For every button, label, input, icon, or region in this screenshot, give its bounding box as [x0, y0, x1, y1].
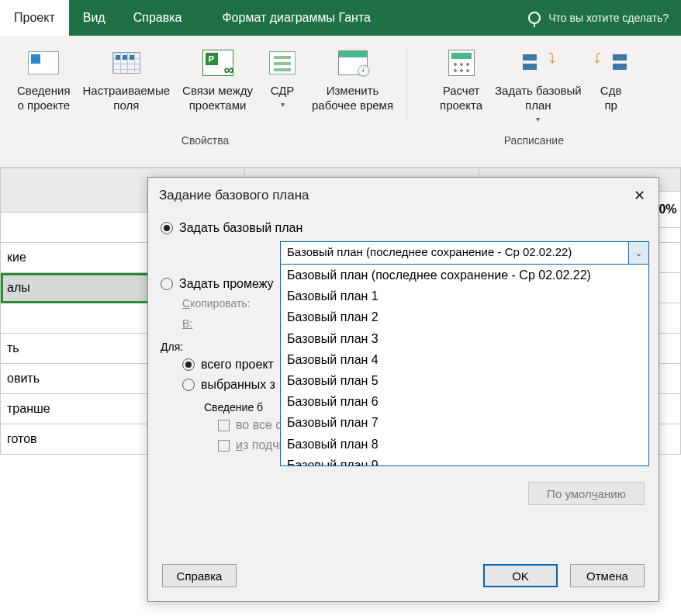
custom-fields-label-2: поля — [113, 99, 139, 113]
move-project-icon — [594, 48, 628, 78]
custom-fields-icon — [109, 48, 143, 78]
baseline-option[interactable]: Базовый план 1 — [281, 286, 648, 306]
baseline-option[interactable]: Базовый план 3 — [281, 328, 648, 349]
baseline-option[interactable]: Базовый план 6 — [281, 391, 648, 412]
radio-icon — [161, 278, 173, 290]
baseline-option[interactable]: Базовый план 2 — [281, 306, 648, 327]
baseline-combo[interactable]: Базовый план (последнее сохранение - Ср … — [280, 241, 649, 466]
tell-me-text: Что вы хотите сделать? — [548, 12, 669, 24]
calculate-label-2: проекта — [440, 99, 482, 113]
project-info-button[interactable]: Сведения о проекте — [11, 45, 77, 116]
set-baseline-label-1: Задать базовый — [495, 84, 582, 99]
radio-set-baseline-label: Задать базовый план — [179, 221, 302, 235]
tab-view[interactable]: Вид — [69, 0, 119, 36]
baseline-combo-list: Базовый план (последнее сохранение - Ср … — [280, 265, 649, 466]
checkbox-icon — [218, 440, 230, 452]
set-baseline-dialog: Задание базового плана ✕ Задать базовый … — [147, 177, 659, 602]
radio-set-interim-label: Задать промежу — [179, 277, 274, 291]
ok-button[interactable]: OK — [483, 564, 558, 587]
radio-icon — [161, 222, 173, 234]
calculate-project-button[interactable]: Расчет проекта — [434, 45, 489, 116]
group-label-schedule: Расписание — [426, 134, 642, 147]
ribbon-tabs: Проект Вид Справка Формат диаграммы Гант… — [0, 0, 681, 36]
wbs-button[interactable]: СДР ▾ — [259, 45, 306, 112]
change-time-label-2: рабочее время — [312, 99, 393, 113]
ribbon: Сведения о проекте Настраиваемые поля Св… — [0, 36, 681, 168]
radio-selected-tasks-label: выбранных з — [201, 378, 275, 392]
set-baseline-button[interactable]: Задать базовый план ▾ — [489, 45, 588, 127]
lightbulb-icon — [528, 12, 541, 24]
project-info-icon — [26, 48, 60, 78]
baseline-option[interactable]: Базовый план 9 — [281, 455, 648, 466]
tab-help[interactable]: Справка — [119, 0, 196, 36]
set-baseline-label-2: план — [525, 99, 551, 113]
dialog-body: Задать базовый план Задать промежу Скопи… — [148, 210, 659, 555]
help-button[interactable]: Справка — [162, 564, 237, 587]
tab-project[interactable]: Проект — [0, 0, 69, 36]
links-label-2: проектами — [189, 99, 247, 113]
chevron-down-icon[interactable]: ⌄ — [628, 242, 648, 264]
chk-all-summary-label: во все с — [236, 418, 282, 432]
links-between-projects-button[interactable]: Связи между проектами — [176, 45, 259, 116]
tab-format-gantt[interactable]: Формат диаграммы Ганта — [208, 0, 385, 36]
project-info-label-1: Сведения — [17, 84, 71, 99]
change-time-label-1: Изменить — [327, 84, 379, 99]
set-baseline-icon — [521, 48, 555, 78]
wbs-icon — [265, 48, 299, 78]
links-label-1: Связи между — [182, 84, 253, 99]
change-working-time-button[interactable]: Изменить рабочее время — [306, 45, 399, 116]
calculate-icon — [444, 48, 479, 78]
radio-set-baseline[interactable]: Задать базовый план — [161, 221, 646, 235]
close-button[interactable]: ✕ — [629, 185, 649, 206]
group-properties: Сведения о проекте Настраиваемые поля Св… — [3, 40, 407, 148]
baseline-option[interactable]: Базовый план 7 — [281, 412, 648, 433]
radio-icon — [182, 358, 195, 371]
chevron-down-icon: ▾ — [536, 115, 540, 125]
baseline-option[interactable]: Базовый план (последнее сохранение - Ср … — [281, 265, 648, 286]
radio-icon — [182, 379, 195, 391]
project-info-label-2: о проекте — [18, 99, 70, 113]
baseline-combo-value: Базовый план (последнее сохранение - Ср … — [281, 242, 628, 264]
chevron-down-icon: ▾ — [281, 100, 285, 110]
calculate-label-1: Расчет — [443, 84, 480, 99]
calendar-icon — [336, 48, 370, 78]
move-label-2: пр — [604, 99, 617, 113]
dialog-titlebar: Задание базового плана ✕ — [148, 178, 659, 210]
links-icon — [201, 48, 235, 78]
dialog-buttons: Справка OK Отмена — [148, 555, 659, 601]
checkbox-icon — [218, 420, 230, 431]
group-label-properties: Свойства — [3, 134, 407, 147]
cancel-button[interactable]: Отмена — [570, 564, 645, 587]
baseline-option[interactable]: Базовый план 5 — [281, 370, 648, 391]
defaults-button[interactable]: По умолчанию — [528, 482, 645, 505]
custom-fields-label-1: Настраиваемые — [83, 84, 171, 99]
custom-fields-button[interactable]: Настраиваемые поля — [77, 45, 177, 116]
tell-me-box[interactable]: Что вы хотите сделать? — [516, 0, 681, 36]
move-project-button[interactable]: Сдв пр — [588, 45, 634, 116]
baseline-option[interactable]: Базовый план 8 — [281, 434, 648, 455]
wbs-label: СДР — [271, 84, 295, 99]
dialog-title: Задание базового плана — [159, 188, 309, 203]
move-label-1: Сдв — [600, 84, 622, 99]
radio-entire-project-label: всего проект — [201, 358, 274, 372]
group-schedule: Расчет проекта Задать базовый план ▾ Сдв… — [426, 40, 642, 148]
baseline-option[interactable]: Базовый план 4 — [281, 349, 648, 370]
